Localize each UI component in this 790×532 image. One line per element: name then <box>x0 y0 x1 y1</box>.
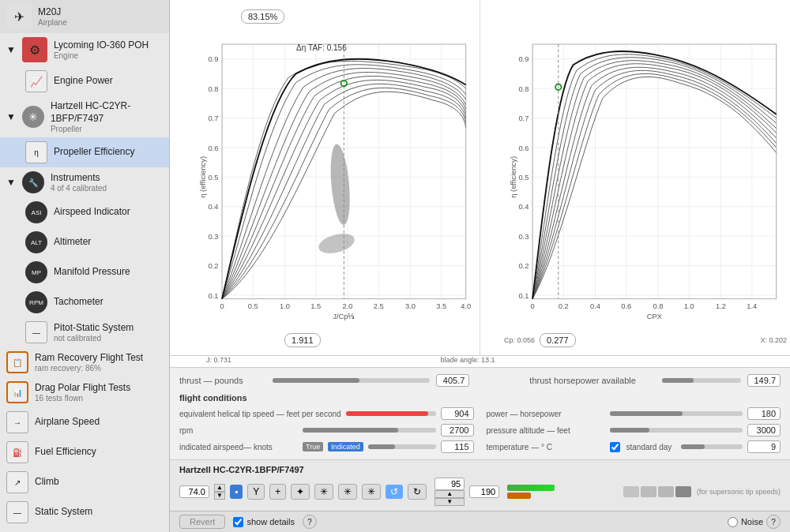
ram-recovery-icon: 📋 <box>6 351 28 373</box>
sidebar-item-tachometer[interactable]: RPM Tachometer <box>0 287 169 317</box>
prop-value1-input[interactable] <box>434 478 465 490</box>
noise-row: Noise ? <box>728 515 781 529</box>
airspeed-slider[interactable] <box>368 444 436 449</box>
prop-shape-2 <box>641 486 656 497</box>
prop-value1-down[interactable]: ▼ <box>434 498 465 506</box>
propeller-icon: ✳ <box>22 106 44 128</box>
power-slider[interactable] <box>610 411 743 416</box>
prop-orange-bar <box>507 493 531 499</box>
temperature-slider[interactable] <box>681 444 743 449</box>
sidebar-item-climb[interactable]: ↗ Climb <box>0 467 169 497</box>
power-row: power — horsepower 180 <box>487 407 781 420</box>
svg-point-42 <box>317 230 357 257</box>
show-details-checkbox[interactable] <box>233 517 243 527</box>
sidebar-item-propeller-efficiency[interactable]: η Propeller Efficiency <box>0 137 169 167</box>
pressure-alt-slider[interactable] <box>610 428 743 433</box>
thrust-label: thrust — pounds <box>179 376 266 385</box>
help-button[interactable]: ? <box>303 515 317 529</box>
svg-text:0.8: 0.8 <box>208 85 218 93</box>
pitot-label: Pitot-Static System <box>54 322 134 335</box>
pressure-alt-value[interactable]: 3000 <box>747 424 781 436</box>
revert-button[interactable]: Revert <box>179 515 225 529</box>
sidebar-item-airspeed[interactable]: ASI Airspeed Indicator <box>0 197 169 227</box>
prop-shape-area: (for supersonic tip speeds) <box>623 486 781 497</box>
svg-text:0.8: 0.8 <box>653 302 664 310</box>
svg-text:CPX: CPX <box>647 313 663 320</box>
svg-text:3.0: 3.0 <box>405 302 416 310</box>
sidebar-group-propeller[interactable]: ▼ ✳ Hartzell HC-C2YR-1BFP/F7497 Propelle… <box>0 96 169 137</box>
svg-text:0.2: 0.2 <box>559 302 569 310</box>
sidebar-item-manifold[interactable]: MP Manifold Pressure <box>0 257 169 287</box>
noise-radio[interactable] <box>728 517 738 527</box>
tag-indicated[interactable]: Indicated <box>328 442 363 451</box>
rpm-value[interactable]: 2700 <box>441 424 474 436</box>
left-chart-annotation-pct: 83.15% <box>241 9 284 24</box>
thrust-row: thrust — pounds 405.7 thrust horsepower … <box>179 374 781 387</box>
mode-icon-star3[interactable]: ✳ <box>338 484 357 500</box>
instruments-name: Instruments <box>51 172 107 185</box>
mode-icon-star2[interactable]: ✳ <box>314 484 333 500</box>
thrust-slider[interactable] <box>273 378 430 383</box>
standard-day-label: standard day <box>626 443 672 451</box>
sidebar-group-instruments[interactable]: ▼ 🔧 Instruments 4 of 4 calibrated <box>0 167 169 197</box>
sidebar-item-airplane-speed[interactable]: → Airplane Speed <box>0 407 169 437</box>
prop-value2-input[interactable] <box>469 485 499 498</box>
temperature-value[interactable]: 9 <box>747 440 781 453</box>
sidebar-item-airplane[interactable]: ✈ M20J Airplane <box>0 0 169 33</box>
svg-text:4.0: 4.0 <box>461 302 471 310</box>
mode-icon-plus[interactable]: + <box>269 484 286 500</box>
sidebar-item-static-system[interactable]: — Static System <box>0 497 169 527</box>
svg-text:0: 0 <box>220 302 224 310</box>
blade-angle-input[interactable] <box>179 485 209 498</box>
mode-icon-cw[interactable]: ↻ <box>408 484 427 500</box>
svg-text:0: 0 <box>530 302 534 310</box>
altimeter-icon: ALT <box>25 231 47 253</box>
airspeed-value[interactable]: 115 <box>441 440 474 453</box>
tag-true[interactable]: True <box>303 442 323 451</box>
tip-speed-fill <box>346 411 429 416</box>
blade-angle-down[interactable]: ▼ <box>214 492 225 500</box>
blade-angle-up[interactable]: ▲ <box>214 484 225 492</box>
sidebar-item-engine-power[interactable]: 📈 Engine Power <box>0 66 169 96</box>
mode-icon-star4[interactable]: ✳ <box>362 484 381 500</box>
svg-text:0.3: 0.3 <box>208 233 218 241</box>
mode-icon-ccw[interactable]: ↺ <box>386 485 403 499</box>
svg-text:η (efficiency): η (efficiency) <box>200 156 207 198</box>
static-system-icon: — <box>6 501 28 523</box>
sidebar-item-fuel-efficiency[interactable]: ⛽ Fuel Efficiency <box>0 437 169 467</box>
tip-speed-value[interactable]: 904 <box>441 407 474 420</box>
sidebar-item-drag-polar[interactable]: 📊 Drag Polar Flight Tests 16 tests flown <box>0 377 169 407</box>
mode-icon-y[interactable]: Y <box>247 484 265 500</box>
power-value[interactable]: 180 <box>747 407 781 420</box>
sidebar-item-ram-recovery[interactable]: 📋 Ram Recovery Flight Test ram recovery:… <box>0 347 169 377</box>
sidebar-group-engine[interactable]: ▼ ⚙ Lycoming IO-360 POH Engine <box>0 33 169 66</box>
ram-recovery-label: Ram Recovery Flight Test <box>35 352 143 365</box>
thrust-hp-slider[interactable] <box>662 378 741 383</box>
pitot-icon: — <box>25 321 47 343</box>
standard-day-checkbox[interactable] <box>610 442 620 452</box>
left-chart-bottom-bubble: 1.911 <box>284 333 321 347</box>
svg-text:1.2: 1.2 <box>716 302 726 310</box>
rpm-slider[interactable] <box>303 428 436 433</box>
mode-icon-fill[interactable]: ▪ <box>230 485 243 499</box>
drag-polar-icon: 📊 <box>6 381 28 403</box>
svg-point-41 <box>328 143 352 225</box>
svg-text:1.4: 1.4 <box>747 302 757 310</box>
manifold-icon: MP <box>25 261 47 283</box>
noise-help-button[interactable]: ? <box>766 515 781 529</box>
thrust-hp-value[interactable]: 149.7 <box>747 374 781 387</box>
climb-icon: ↗ <box>6 471 28 493</box>
drag-polar-sublabel: 16 tests flown <box>35 394 130 403</box>
blade-angle-stepper[interactable]: ▲ ▼ <box>214 484 225 500</box>
thrust-value[interactable]: 405.7 <box>436 374 469 387</box>
mode-icon-star1[interactable]: ✦ <box>291 484 310 500</box>
prop-config-title: Hartzell HC-C2YR-1BFP/F7497 <box>179 465 781 474</box>
pressure-alt-label: pressure altitude — feet <box>487 426 605 435</box>
bottom-bar: Revert show details ? Noise ? <box>170 511 790 532</box>
sidebar-item-altimeter[interactable]: ALT Altimeter <box>0 227 169 257</box>
svg-text:2.0: 2.0 <box>343 302 353 310</box>
svg-text:0.9: 0.9 <box>518 55 529 63</box>
sidebar-item-pitot[interactable]: — Pitot-Static System not calibrated <box>0 317 169 347</box>
prop-value1-up[interactable]: ▲ <box>434 490 465 498</box>
tip-speed-slider[interactable] <box>346 411 436 416</box>
